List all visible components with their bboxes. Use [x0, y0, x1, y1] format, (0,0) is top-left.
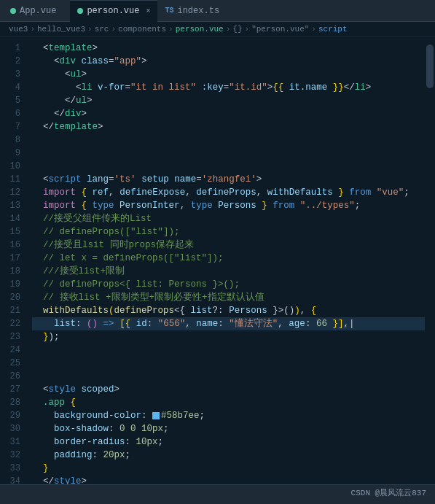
code-editor[interactable]: 12345 678910 1112131415 1617181920 21222… — [0, 37, 435, 484]
bc-part: hello_vue3 — [37, 25, 85, 34]
bc-part: components — [118, 25, 166, 34]
code-line-active: list: () => [{ id: "656", name: "懂法守法", … — [32, 317, 435, 330]
code-line — [32, 160, 435, 173]
code-line: withDefaults(defineProps<{ list?: Person… — [32, 304, 435, 317]
tab-label: App.vue — [20, 6, 56, 16]
code-line: <template> — [32, 42, 435, 55]
tab-person-vue[interactable]: person.vue × — [70, 0, 157, 22]
code-line: <div class="app"> — [32, 55, 435, 68]
tab-label: index.ts — [177, 6, 219, 16]
code-line: border-radius: 10px; — [32, 435, 435, 449]
code-line — [32, 147, 435, 160]
code-lines: <template> <div class="app"> <ul> <li v-… — [26, 37, 435, 484]
bc-sep: › — [30, 25, 35, 34]
scrollbar-thumb[interactable] — [426, 44, 434, 88]
code-line: <ul> — [32, 68, 435, 81]
code-line: background-color: #58b7ee; — [32, 409, 435, 422]
code-line: //接受且lsit 同时props保存起来 — [32, 239, 435, 252]
tab-label: person.vue — [87, 6, 139, 16]
bc-sep: › — [168, 25, 173, 34]
code-line: } — [32, 462, 435, 475]
code-line: // let x = defineProps(["list"]); — [32, 252, 435, 265]
code-line — [32, 133, 435, 147]
code-line: <style scoped> — [32, 383, 435, 396]
vue-icon — [10, 8, 16, 14]
bc-part: "person.vue" — [251, 25, 309, 34]
code-line: // defineProps<{ list: Persons }>(); — [32, 278, 435, 291]
bc-part: {} — [232, 25, 242, 34]
code-line: padding: 20px; — [32, 449, 435, 462]
tab-bar: App.vue person.vue × TS index.ts — [0, 0, 435, 22]
bc-sep: › — [245, 25, 250, 34]
tab-close-icon[interactable]: × — [146, 7, 150, 15]
code-line: </div> — [32, 107, 435, 120]
code-line: .app { — [32, 396, 435, 409]
line-numbers: 12345 678910 1112131415 1617181920 21222… — [0, 37, 26, 484]
tab-index-ts[interactable]: TS index.ts — [157, 0, 227, 22]
code-line: ///接受list+限制 — [32, 265, 435, 278]
bc-part: vue3 — [9, 25, 28, 34]
code-line: </ul> — [32, 94, 435, 107]
bc-part-script: script — [318, 25, 348, 34]
bc-part-vue: person.vue — [176, 25, 224, 34]
ts-icon: TS — [165, 7, 173, 15]
code-line: import { ref, defineExpose, defineProps,… — [32, 186, 435, 199]
code-line: <li v-for="it in list" :key="it.id">{{ i… — [32, 81, 435, 94]
code-line: </style> — [32, 475, 435, 484]
code-line — [32, 370, 435, 383]
status-bar: CSDN @晨风流云837 — [0, 484, 435, 500]
code-line: </template> — [32, 120, 435, 133]
bc-part: src — [95, 25, 109, 34]
bc-sep: › — [311, 25, 316, 34]
scrollbar[interactable] — [425, 37, 435, 484]
vue-icon — [77, 8, 83, 14]
code-line — [32, 357, 435, 370]
status-text: CSDN @晨风流云837 — [351, 487, 426, 498]
tab-app-vue[interactable]: App.vue — [3, 0, 70, 22]
code-line: }); — [32, 330, 435, 344]
bc-sep: › — [87, 25, 93, 34]
code-line — [32, 344, 435, 357]
code-line: // 接收list +限制类型+限制必要性+指定默认认值 — [32, 291, 435, 304]
breadcrumb: vue3 › hello_vue3 › src › components › p… — [0, 22, 435, 37]
code-line: //接受父组件传来的List — [32, 212, 435, 225]
code-line: box-shadow: 0 0 10px; — [32, 422, 435, 435]
bc-sep: › — [111, 25, 116, 34]
code-line: <script lang='ts' setup name='zhangfei'> — [32, 173, 435, 186]
code-line: import { type PersonInter, type Persons … — [32, 199, 435, 212]
code-line: // defineProps(["list"]); — [32, 225, 435, 239]
bc-sep: › — [226, 25, 231, 34]
